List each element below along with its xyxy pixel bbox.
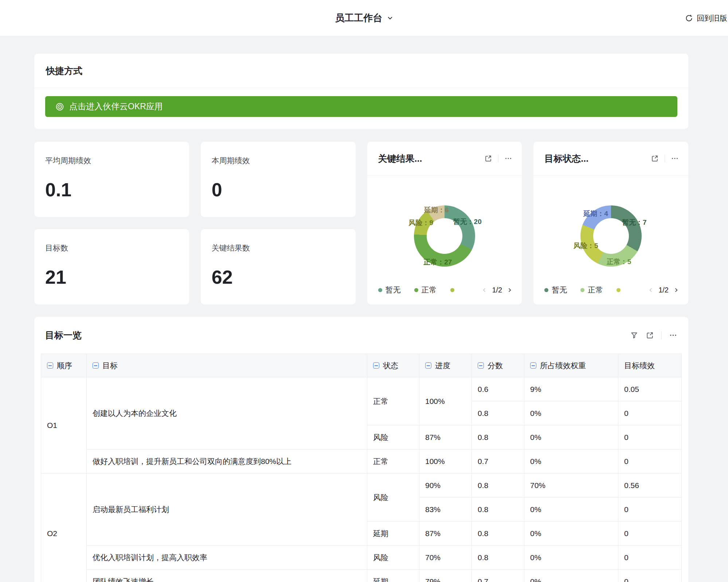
chart-body: 暂无：20正常：27风险：9延期：6 [367, 176, 522, 285]
stat-value: 0 [212, 179, 345, 201]
table-cell: 0.8 [472, 522, 524, 546]
table-cell: 0 [618, 522, 682, 546]
stat-card-key-result-count: 关键结果数 62 [201, 229, 356, 304]
chart-actions [484, 154, 512, 162]
objectives-card: 目标一览 [34, 317, 688, 582]
donut-chart[interactable]: 暂无：20正常：27风险：9延期：6 [414, 205, 475, 267]
objectives-table-body: O1创建以人为本的企业文化正常100%0.69%0.050.80%0风险87%0… [41, 377, 682, 582]
table-cell: 0.6 [472, 377, 524, 401]
more-icon[interactable] [671, 154, 679, 162]
okr-app-button[interactable]: 点击进入伙伴云OKR应用 [45, 96, 677, 117]
donut-chart[interactable]: 暂无：7正常：5风险：5延期：4 [580, 205, 642, 267]
column-header: 顺序 [41, 354, 87, 377]
column-label: 状态 [383, 361, 398, 371]
column-header: 目标 [87, 354, 367, 377]
collapse-column-icon[interactable] [93, 362, 99, 369]
chart-footer: 暂无正常风险 1/2 [533, 285, 688, 304]
column-label: 进度 [435, 361, 450, 371]
donut-segment-label: 延期：6 [424, 205, 449, 215]
divider [498, 154, 498, 162]
stat-card-average-cycle-performance: 平均周期绩效 0.1 [34, 142, 189, 217]
table-cell: 启动最新员工福利计划 [87, 473, 367, 546]
column-label: 分数 [488, 361, 503, 371]
chart-body: 暂无：7正常：5风险：5延期：4 [533, 176, 688, 285]
stat-value: 21 [45, 266, 178, 288]
legend-item[interactable]: 暂无 [544, 285, 567, 295]
column-header: 状态 [367, 354, 419, 377]
chevron-down-icon[interactable] [387, 15, 393, 21]
objectives-actions [630, 331, 677, 339]
pager-prev-icon[interactable] [482, 287, 487, 293]
more-icon[interactable] [669, 331, 677, 339]
legend-item[interactable]: 正常 [414, 285, 437, 295]
donut-segment-label: 风险：9 [408, 218, 433, 228]
column-label: 目标 [102, 361, 118, 371]
objectives-table: 顺序目标状态进度分数所占绩效权重目标绩效 O1创建以人为本的企业文化正常100%… [41, 354, 682, 582]
table-cell: 正常 [367, 377, 419, 425]
workbench-switcher[interactable]: 员工工作台 [335, 12, 393, 24]
table-cell: 0.8 [472, 425, 524, 449]
pager-prev-icon[interactable] [648, 287, 654, 293]
legend-label: 正常 [422, 285, 437, 295]
donut-segment-label: 暂无：7 [622, 218, 647, 227]
table-cell: 0% [524, 449, 618, 473]
table-cell: 0.8 [472, 473, 524, 498]
legend-item[interactable]: 风险 [617, 285, 622, 295]
legend-item[interactable]: 正常 [580, 285, 603, 295]
pager-label: 1/2 [492, 286, 502, 294]
stat-value: 0.1 [45, 179, 178, 201]
stat-label: 平均周期绩效 [45, 156, 178, 166]
table-cell: 延期 [367, 522, 419, 546]
page-title: 员工工作台 [335, 12, 383, 24]
table-cell: 正常 [367, 449, 419, 473]
legend-dot [580, 288, 584, 292]
legend-label: 暂无 [385, 285, 401, 295]
donut-segment-label: 延期：4 [583, 209, 608, 219]
table-cell: 100% [419, 449, 472, 473]
collapse-column-icon[interactable] [425, 362, 431, 369]
objectives-title: 目标一览 [45, 329, 82, 341]
column-label: 所占绩效权重 [540, 361, 586, 371]
donut-segment-label: 暂无：20 [453, 217, 482, 227]
table-cell: 0.8 [472, 401, 524, 425]
table-cell: 100% [419, 377, 472, 425]
back-to-old-version-link[interactable]: 回到旧版 [685, 0, 728, 36]
stat-label: 关键结果数 [212, 243, 345, 253]
table-cell: 0.8 [472, 546, 524, 570]
pager-next-icon[interactable] [507, 287, 512, 293]
legend-pagination: 1/2 [648, 286, 679, 294]
open-in-new-icon[interactable] [646, 331, 654, 339]
pager-label: 1/2 [658, 286, 669, 294]
table-cell: 70% [419, 546, 472, 570]
workbench-content: 快捷方式 点击进入伙伴云OKR应用 平均周期绩效 0.1 本周期绩效 0 [0, 36, 728, 582]
collapse-column-icon[interactable] [47, 362, 53, 369]
table-cell: 9% [524, 377, 618, 401]
legend-label: 暂无 [552, 285, 567, 295]
chart-footer: 暂无正常风险 1/2 [367, 285, 522, 304]
table-cell: 风险 [367, 425, 419, 449]
more-icon[interactable] [504, 154, 512, 162]
pager-next-icon[interactable] [673, 287, 679, 293]
filter-icon[interactable] [630, 331, 638, 339]
legend-item[interactable]: 暂无 [378, 285, 401, 295]
history-icon [685, 14, 693, 23]
collapse-column-icon[interactable] [373, 362, 379, 369]
donut-segment-label: 风险：5 [574, 241, 598, 251]
collapse-column-icon[interactable] [478, 362, 484, 369]
table-cell: 0 [618, 449, 682, 473]
objectives-table-wrap: 顺序目标状态进度分数所占绩效权重目标绩效 O1创建以人为本的企业文化正常100%… [34, 354, 688, 582]
shortcuts-body: 点击进入伙伴云OKR应用 [34, 88, 688, 129]
legend-dot [544, 288, 548, 292]
table-cell: 79% [419, 570, 472, 582]
table-cell: 风险 [367, 473, 419, 522]
table-cell: O2 [41, 473, 87, 582]
shortcuts-title: 快捷方式 [34, 54, 688, 88]
objective-row: O1创建以人为本的企业文化正常100%0.69%0.05 [41, 377, 682, 401]
legend-dot [617, 288, 621, 292]
legend-item[interactable]: 风险 [450, 285, 455, 295]
collapse-column-icon[interactable] [530, 362, 536, 369]
open-in-new-icon[interactable] [651, 154, 659, 162]
table-cell: 0 [618, 401, 682, 425]
table-cell: 团队绩效飞速增长 [87, 570, 367, 582]
open-in-new-icon[interactable] [484, 154, 492, 162]
